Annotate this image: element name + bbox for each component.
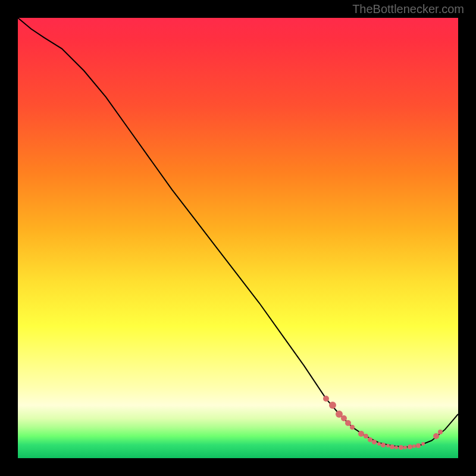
attribution-text: TheBottlenecker.com — [352, 2, 464, 16]
highlight-dot — [364, 434, 368, 439]
highlight-dot — [390, 444, 394, 449]
bottleneck-curve — [18, 18, 458, 458]
highlight-dot — [372, 440, 377, 444]
highlight-dot — [323, 396, 329, 402]
highlight-dot — [394, 446, 398, 449]
highlight-dot — [377, 442, 381, 446]
highlight-dot — [345, 420, 351, 426]
highlight-dot — [403, 446, 407, 449]
highlight-dot — [381, 443, 386, 447]
highlight-dot — [399, 445, 403, 450]
highlight-dot — [438, 430, 443, 434]
highlight-dot — [421, 442, 425, 446]
highlight-dot — [329, 402, 336, 409]
highlight-dot — [416, 443, 421, 448]
highlight-dot — [350, 425, 355, 430]
highlight-dot — [386, 444, 390, 447]
highlight-dot — [408, 444, 412, 449]
highlight-dot — [412, 444, 416, 448]
highlight-dot — [433, 433, 439, 439]
chart-plot-area — [18, 18, 458, 458]
